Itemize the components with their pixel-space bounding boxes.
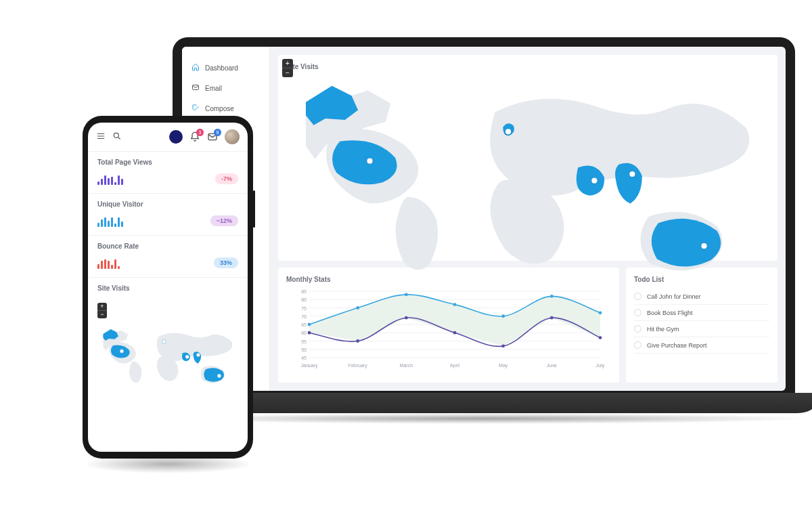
mail-icon[interactable]: 9 xyxy=(207,131,218,142)
kpi-pill: ~12% xyxy=(210,215,238,226)
sparkline-bars xyxy=(97,257,120,269)
laptop-shadow xyxy=(156,413,812,424)
todo-label: Call John for Dinner xyxy=(647,293,701,300)
phone-shadow xyxy=(83,454,253,473)
world-map[interactable] xyxy=(286,76,769,272)
kpi-row: -7% xyxy=(97,173,238,185)
svg-text:45: 45 xyxy=(301,356,307,360)
svg-text:85: 85 xyxy=(301,289,307,294)
svg-point-43 xyxy=(162,340,166,344)
svg-text:July: July xyxy=(596,363,605,368)
phone-site-visits-panel: Site Visits + − xyxy=(88,278,248,452)
todo-panel: Todo List Call John for DinnerBook Boss … xyxy=(626,268,777,383)
svg-point-42 xyxy=(120,350,124,354)
mail-badge: 9 xyxy=(214,129,221,136)
laptop-mockup: Dashboard Email Compose xyxy=(173,37,795,464)
checkbox-icon[interactable] xyxy=(634,341,641,349)
kpi-row: ~12% xyxy=(97,215,238,227)
panel-title: Todo List xyxy=(634,276,769,283)
svg-text:80: 80 xyxy=(301,297,307,302)
sidebar-item-label: Compose xyxy=(205,105,234,112)
phone-header: 3 9 xyxy=(88,123,248,151)
kpi-row: 33% xyxy=(97,257,238,269)
mini-world-map[interactable] xyxy=(97,321,238,390)
search-icon[interactable] xyxy=(112,131,122,142)
map-marker[interactable] xyxy=(701,242,708,249)
monthly-stats-panel: Monthly Stats 455055606570758085JanuaryF… xyxy=(278,268,619,383)
home-icon xyxy=(191,63,200,72)
svg-point-45 xyxy=(196,353,200,357)
panel-title: Monthly Stats xyxy=(286,276,611,283)
map-marker[interactable] xyxy=(629,171,636,177)
map-zoom-control: + − xyxy=(97,303,107,318)
todo-item[interactable]: Call John for Dinner xyxy=(634,289,769,305)
map-zoom-control: + − xyxy=(282,59,293,77)
svg-point-26 xyxy=(308,323,311,326)
sidebar-item-label: Dashboard xyxy=(205,64,238,72)
svg-point-33 xyxy=(308,331,311,335)
svg-text:March: March xyxy=(400,363,413,368)
kpi-card: Bounce Rate33% xyxy=(88,236,248,277)
main-content: Site Visits + − xyxy=(270,47,786,391)
todo-label: Hit the Gym xyxy=(647,326,679,333)
svg-text:May: May xyxy=(499,363,508,368)
svg-point-37 xyxy=(501,344,505,347)
bell-badge: 3 xyxy=(196,129,204,136)
todo-item[interactable]: Book Boss Flight xyxy=(634,305,769,321)
kpi-title: Unique Visitor xyxy=(97,200,238,208)
kpi-card: Unique Visitor~12% xyxy=(88,194,248,235)
menu-icon[interactable] xyxy=(96,131,106,142)
phone-frame: 3 9 Total Page Views-7%Unique Visitor~12… xyxy=(83,116,253,459)
zoom-in-button[interactable]: + xyxy=(282,59,293,68)
kpi-pill: -7% xyxy=(215,173,238,184)
svg-text:70: 70 xyxy=(301,314,307,319)
svg-point-31 xyxy=(550,295,554,298)
kpi-title: Total Page Views xyxy=(97,158,238,166)
sparkline-bars xyxy=(97,215,123,227)
svg-point-39 xyxy=(599,336,602,339)
laptop-screen: Dashboard Email Compose xyxy=(182,47,786,391)
todo-item[interactable]: Hit the Gym xyxy=(634,321,769,337)
svg-point-36 xyxy=(453,331,457,335)
svg-text:65: 65 xyxy=(301,322,307,327)
zoom-out-button[interactable]: − xyxy=(97,311,107,318)
kpi-pill: 33% xyxy=(214,257,238,268)
kpi-card: Total Page Views-7% xyxy=(88,152,248,193)
map-region-india xyxy=(615,163,642,204)
svg-text:June: June xyxy=(547,363,557,368)
svg-point-35 xyxy=(405,316,408,320)
svg-point-29 xyxy=(453,303,457,306)
mail-icon xyxy=(191,83,200,93)
sidebar-item-dashboard[interactable]: Dashboard xyxy=(182,58,269,78)
map-marker[interactable] xyxy=(505,128,512,135)
brand-dot xyxy=(169,130,183,144)
map-marker[interactable] xyxy=(367,158,374,165)
svg-point-40 xyxy=(114,133,118,137)
map-marker[interactable] xyxy=(591,177,598,184)
checkbox-icon[interactable] xyxy=(634,309,641,316)
site-visits-panel: Site Visits + − xyxy=(278,55,777,261)
svg-text:55: 55 xyxy=(301,339,307,344)
monthly-stats-chart: 455055606570758085JanuaryFebruaryMarchAp… xyxy=(286,289,611,370)
svg-text:February: February xyxy=(348,363,368,368)
svg-point-30 xyxy=(501,314,505,318)
avatar[interactable] xyxy=(225,129,240,144)
panel-title: Site Visits xyxy=(286,63,769,70)
sparkline-bars xyxy=(97,173,123,185)
checkbox-icon[interactable] xyxy=(634,325,641,333)
zoom-out-button[interactable]: − xyxy=(282,68,293,77)
svg-point-38 xyxy=(550,316,554,320)
todo-item[interactable]: Give Purchase Report xyxy=(634,337,769,354)
svg-text:April: April xyxy=(450,363,459,368)
phone-screen: 3 9 Total Page Views-7%Unique Visitor~12… xyxy=(88,123,248,452)
panel-title: Site Visits xyxy=(97,284,238,292)
checkbox-icon[interactable] xyxy=(634,293,641,300)
sidebar-item-email[interactable]: Email xyxy=(182,78,269,98)
compose-icon xyxy=(191,104,200,113)
bell-icon[interactable]: 3 xyxy=(189,131,200,142)
svg-text:50: 50 xyxy=(301,347,307,352)
zoom-in-button[interactable]: + xyxy=(97,303,107,311)
svg-text:60: 60 xyxy=(301,331,307,335)
svg-point-46 xyxy=(217,374,221,378)
svg-text:75: 75 xyxy=(301,306,307,311)
